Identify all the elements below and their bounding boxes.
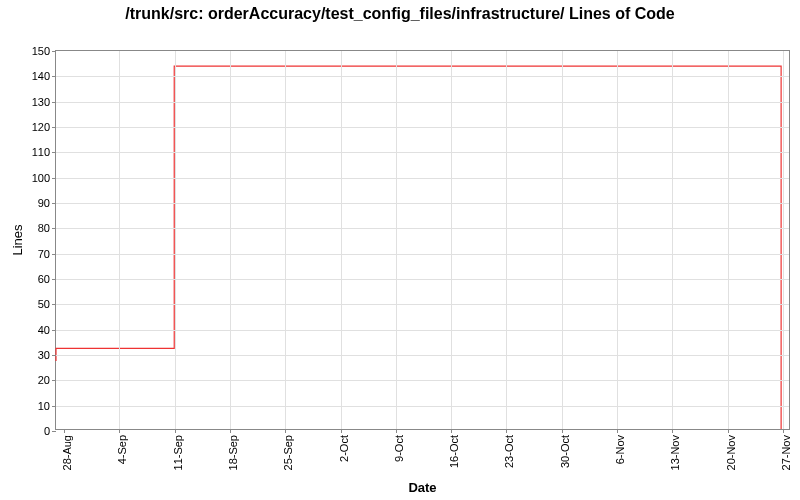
y-tick-label: 100 bbox=[32, 172, 56, 184]
y-grid-line bbox=[56, 254, 789, 255]
x-tick-mark bbox=[451, 429, 452, 433]
x-grid-line bbox=[285, 51, 286, 429]
y-grid-line bbox=[56, 152, 789, 153]
y-grid-line bbox=[56, 355, 789, 356]
x-grid-line bbox=[230, 51, 231, 429]
x-grid-line bbox=[728, 51, 729, 429]
y-grid-line bbox=[56, 304, 789, 305]
y-tick-label: 90 bbox=[38, 197, 56, 209]
y-tick-label: 30 bbox=[38, 349, 56, 361]
y-tick-label: 60 bbox=[38, 273, 56, 285]
y-tick-label: 0 bbox=[44, 425, 56, 437]
x-tick-mark bbox=[285, 429, 286, 433]
x-grid-line bbox=[119, 51, 120, 429]
loc-chart: /trunk/src: orderAccuracy/test_config_fi… bbox=[0, 0, 800, 500]
x-tick-mark bbox=[617, 429, 618, 433]
x-tick-mark bbox=[728, 429, 729, 433]
y-grid-line bbox=[56, 127, 789, 128]
x-tick-label: 9-Oct bbox=[393, 435, 405, 462]
y-tick-label: 20 bbox=[38, 374, 56, 386]
y-grid-line bbox=[56, 380, 789, 381]
y-tick-label: 110 bbox=[32, 146, 56, 158]
x-tick-label: 28-Aug bbox=[61, 435, 73, 470]
x-grid-line bbox=[341, 51, 342, 429]
x-tick-mark bbox=[175, 429, 176, 433]
x-grid-line bbox=[175, 51, 176, 429]
data-line bbox=[56, 51, 789, 429]
y-grid-line bbox=[56, 406, 789, 407]
chart-title: /trunk/src: orderAccuracy/test_config_fi… bbox=[0, 4, 800, 24]
x-tick-mark bbox=[783, 429, 784, 433]
x-grid-line bbox=[506, 51, 507, 429]
x-tick-label: 6-Nov bbox=[614, 435, 626, 464]
y-tick-label: 10 bbox=[38, 400, 56, 412]
x-tick-mark bbox=[396, 429, 397, 433]
x-tick-label: 27-Nov bbox=[780, 435, 792, 470]
x-grid-line bbox=[617, 51, 618, 429]
x-tick-label: 25-Sep bbox=[282, 435, 294, 470]
x-tick-label: 11-Sep bbox=[172, 435, 184, 470]
x-tick-mark bbox=[341, 429, 342, 433]
x-tick-label: 18-Sep bbox=[227, 435, 239, 470]
x-tick-mark bbox=[672, 429, 673, 433]
y-tick-label: 80 bbox=[38, 222, 56, 234]
x-tick-mark bbox=[562, 429, 563, 433]
y-tick-label: 130 bbox=[32, 96, 56, 108]
y-tick-label: 70 bbox=[38, 248, 56, 260]
x-axis-label: Date bbox=[408, 480, 436, 495]
y-grid-line bbox=[56, 178, 789, 179]
x-tick-label: 13-Nov bbox=[669, 435, 681, 470]
x-grid-line bbox=[672, 51, 673, 429]
x-grid-line bbox=[562, 51, 563, 429]
x-tick-mark bbox=[230, 429, 231, 433]
x-grid-line bbox=[396, 51, 397, 429]
x-grid-line bbox=[451, 51, 452, 429]
y-grid-line bbox=[56, 203, 789, 204]
x-tick-label: 23-Oct bbox=[503, 435, 515, 468]
y-tick-label: 50 bbox=[38, 298, 56, 310]
y-tick-label: 120 bbox=[32, 121, 56, 133]
y-tick-label: 40 bbox=[38, 324, 56, 336]
x-tick-label: 2-Oct bbox=[338, 435, 350, 462]
plot-area: 010203040506070809010011012013014015028-… bbox=[55, 50, 790, 430]
y-tick-label: 150 bbox=[32, 45, 56, 57]
y-grid-line bbox=[56, 330, 789, 331]
y-grid-line bbox=[56, 279, 789, 280]
x-tick-mark bbox=[119, 429, 120, 433]
x-grid-line bbox=[783, 51, 784, 429]
y-axis-label: Lines bbox=[10, 224, 25, 255]
y-grid-line bbox=[56, 102, 789, 103]
y-grid-line bbox=[56, 228, 789, 229]
x-tick-label: 20-Nov bbox=[725, 435, 737, 470]
x-tick-label: 4-Sep bbox=[116, 435, 128, 464]
x-tick-label: 30-Oct bbox=[559, 435, 571, 468]
x-tick-mark bbox=[506, 429, 507, 433]
x-tick-label: 16-Oct bbox=[448, 435, 460, 468]
y-grid-line bbox=[56, 76, 789, 77]
y-tick-label: 140 bbox=[32, 70, 56, 82]
x-tick-mark bbox=[64, 429, 65, 433]
